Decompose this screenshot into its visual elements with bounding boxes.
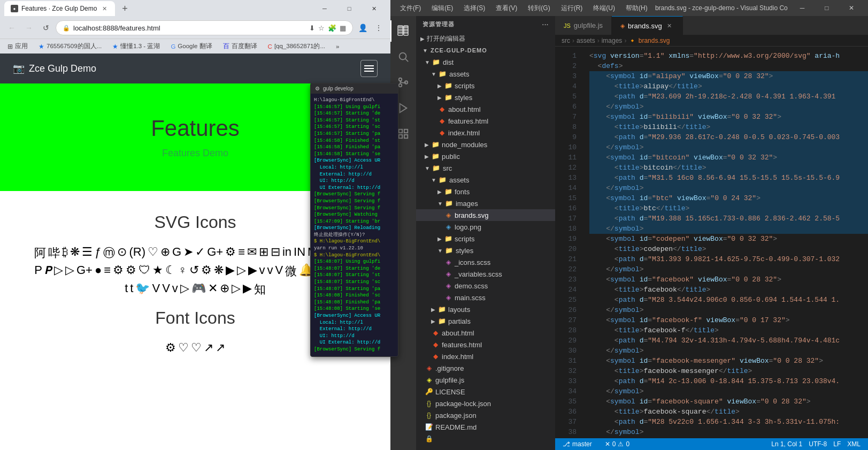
status-line-ending[interactable]: LF <box>830 438 844 450</box>
breadcrumb-assets[interactable]: assets <box>577 37 595 44</box>
code-line-37: <path d="M28 5v22c0 1.656-1.344 3-3 3h-5… <box>589 417 868 427</box>
menu-terminal[interactable]: 终端(U) <box>588 0 620 16</box>
sidebar-item-images[interactable]: ▼ 📁 images <box>416 197 555 209</box>
sidebar-item-dist-styles[interactable]: ▶ 📁 styles <box>416 91 555 103</box>
tab-brands-svg[interactable]: ◈ brands.svg ✕ <box>612 16 683 35</box>
error-icon: ✕ <box>605 440 610 448</box>
open-editors-section[interactable]: ▶ 打开的编辑器 <box>416 33 555 44</box>
user-icon[interactable]: 👤 <box>355 20 370 35</box>
sidebar-item-partials[interactable]: ▶ 📁 partials <box>416 315 555 327</box>
sidebar-item-node-modules[interactable]: ▶ 📁 node_modules <box>416 139 555 150</box>
tab-close-btn[interactable]: ✕ <box>100 4 109 13</box>
sidebar-item-gitignore[interactable]: ◈ .gitignore <box>416 362 555 374</box>
menu-view[interactable]: 查看(V) <box>490 0 523 16</box>
sidebar-item-src-index[interactable]: ◆ index.html <box>416 350 555 362</box>
sidebar-item-src-assets[interactable]: ▼ 📁 assets <box>416 174 555 186</box>
vscode-close[interactable]: ✕ <box>839 0 864 16</box>
sidebar-more-icon[interactable]: ··· <box>542 21 549 28</box>
hamburger-button[interactable] <box>360 60 378 77</box>
sidebar-item-src-features[interactable]: ◆ features.html <box>416 339 555 350</box>
sidebar-item-layouts[interactable]: ▶ 📁 layouts <box>416 303 555 315</box>
sidebar-item-dist-index[interactable]: ◆ index.html <box>416 127 555 139</box>
menu-help[interactable]: 帮助(H) <box>620 0 653 16</box>
browser-tab[interactable]: ● Features · Zce Gulp Demo ✕ <box>4 1 115 16</box>
sidebar-item-dist[interactable]: ▼ 📁 dist <box>416 56 555 68</box>
sidebar-item-yarn-lock[interactable]: 🔒 <box>416 433 555 445</box>
sidebar-item-dist-about[interactable]: ◆ about.html <box>416 103 555 115</box>
sidebar-item-main-scss[interactable]: ◈ main.scss <box>416 292 555 303</box>
sidebar-item-dist-features[interactable]: ◆ features.html <box>416 115 555 127</box>
term-line: [15:48:07] Using gulpfi <box>314 258 395 265</box>
more-options-icon[interactable]: ⋮ <box>371 20 386 35</box>
tab-close-brands[interactable]: ✕ <box>665 21 674 30</box>
more-bookmarks[interactable]: » <box>333 42 342 51</box>
line-col-text: Ln 1, Col 1 <box>771 440 802 448</box>
bookmark-apps[interactable]: ⊞ 应用 <box>4 41 31 51</box>
sidebar-item-demo-scss[interactable]: ◈ demo.scss <box>416 280 555 292</box>
sidebar-item-license[interactable]: 🔑 LICENSE <box>416 386 555 398</box>
menu-run[interactable]: 运行(R) <box>556 0 588 16</box>
sidebar-item-package-json[interactable]: {} package.json <box>416 409 555 421</box>
term-line: [15:46:57] Starting 'de <box>314 110 395 117</box>
maximize-button[interactable]: □ <box>337 0 362 17</box>
address-bar[interactable]: 🔒 localhost:8888/features.html ⬇ ☆ 🧩 ▦ <box>56 20 353 35</box>
explorer-root[interactable]: ▼ ZCE-GULP-DEMO <box>416 44 555 56</box>
sidebar-item-icons-scss[interactable]: ◈ _icons.scss <box>416 256 555 268</box>
status-encoding[interactable]: UTF-8 <box>805 438 830 450</box>
term-line: [15:46:58] Starting 'se <box>314 151 395 158</box>
sidebar-item-brands-svg[interactable]: ◈ brands.svg <box>416 209 555 221</box>
code-line-4: <title>alipay</title> <box>589 81 868 91</box>
sidebar-item-fonts[interactable]: ▶ 📁 fonts <box>416 186 555 197</box>
explorer-root-label: ZCE-GULP-DEMO <box>431 47 487 54</box>
menu-goto[interactable]: 转到(G) <box>523 0 555 16</box>
vscode-minimize[interactable]: ─ <box>790 0 815 16</box>
menu-file[interactable]: 文件(F) <box>395 0 426 16</box>
sidebar-item-logo-png[interactable]: ◈ logo.png <box>416 221 555 233</box>
bookmark-5[interactable]: C [qq_38652871的... <box>265 41 328 51</box>
status-branch[interactable]: ⎇ master <box>559 438 595 450</box>
bookmark-4[interactable]: 百 百度翻译 <box>220 41 260 51</box>
status-line-col[interactable]: Ln 1, Col 1 <box>768 438 805 450</box>
breadcrumb-src[interactable]: src <box>562 37 570 44</box>
encoding-text: UTF-8 <box>809 440 827 448</box>
activity-explorer[interactable] <box>390 18 416 44</box>
back-button[interactable]: ← <box>4 20 19 35</box>
bookmark-2[interactable]: ★ 懂懂1.3 - 蓝湖 <box>109 41 163 51</box>
sidebar-item-package-lock[interactable]: {} package-lock.json <box>416 398 555 409</box>
sidebar-item-src[interactable]: ▼ 📁 src <box>416 162 555 174</box>
status-errors[interactable]: ✕ 0 ⚠ 0 <box>602 438 633 450</box>
sidebar-item-public[interactable]: ▶ 📁 public <box>416 150 555 162</box>
new-tab-button[interactable]: + <box>117 1 132 16</box>
bookmark-icon[interactable]: ☆ <box>318 24 325 32</box>
sidebar-item-src-about[interactable]: ◆ about.html <box>416 327 555 339</box>
vscode-title: brands.svg - zce-gulp-demo - Visual Stud… <box>655 4 788 12</box>
sidebar-item-variables-scss[interactable]: ◈ _variables.scss <box>416 268 555 280</box>
breadcrumb-file: 🔸 brands.svg <box>628 37 670 44</box>
editor-body: 12345 678910 1112131415 1617181920 21222… <box>555 47 868 438</box>
sidebar-item-dist-scripts[interactable]: ▶ 📁 scripts <box>416 80 555 91</box>
folder-icon: 📁 <box>431 152 440 161</box>
tab-gulpfile[interactable]: JS gulpfile.js <box>555 16 612 35</box>
term-line: [15:48:08] Finished 'pa <box>314 299 395 306</box>
code-content[interactable]: <svg version="1.1" xmlns="http://www.w3.… <box>581 47 868 438</box>
breadcrumb-images[interactable]: images <box>602 37 623 44</box>
activity-search[interactable] <box>390 44 416 70</box>
minimize-button[interactable]: ─ <box>312 0 337 17</box>
sidebar-item-dist-assets[interactable]: ▼ 📁 assets <box>416 68 555 80</box>
sidebar-toggle-icon[interactable]: ▦ <box>340 24 346 32</box>
sidebar-item-src-scripts[interactable]: ▶ 📁 scripts <box>416 233 555 245</box>
svg-icons-grid: 阿哔₿❋☰ƒⓜ ⊙(R)♡⊕G➤✓ G+⚙≡✉⊞⊟in INMM▭▭P𝙋 ▷▷G… <box>32 245 358 298</box>
close-button[interactable]: ✕ <box>362 0 386 17</box>
bookmark-3[interactable]: G Google 翻译 <box>167 41 215 51</box>
forward-button[interactable]: → <box>21 20 36 35</box>
vscode-maximize[interactable]: □ <box>815 0 839 16</box>
refresh-button[interactable]: ↺ <box>39 20 53 35</box>
status-language[interactable]: XML <box>844 438 864 450</box>
bookmark-1[interactable]: ★ 765567509的国人... <box>35 41 105 51</box>
sidebar-item-src-styles[interactable]: ▼ 📁 styles <box>416 245 555 256</box>
sidebar-item-readme[interactable]: 📝 README.md <box>416 421 555 433</box>
menu-edit[interactable]: 编辑(E) <box>426 0 458 16</box>
code-line-31: <symbol id="facebook-messenger" viewBox=… <box>589 356 868 366</box>
menu-select[interactable]: 选择(S) <box>458 0 490 16</box>
sidebar-item-gulpfile[interactable]: ◈ gulpfile.js <box>416 374 555 386</box>
